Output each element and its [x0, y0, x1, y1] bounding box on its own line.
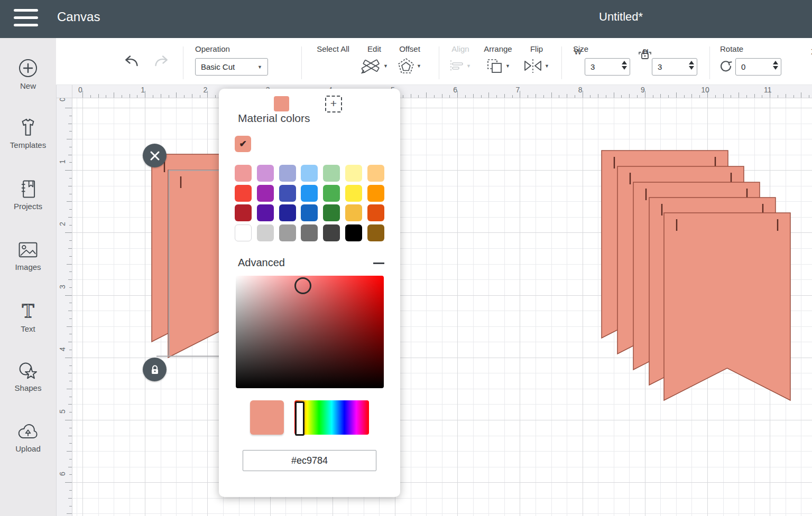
document-name[interactable]: Untitled* [599, 10, 643, 24]
ruler-tick [69, 350, 72, 350]
material-swatch[interactable] [257, 165, 274, 182]
material-swatch[interactable] [367, 204, 384, 221]
toolbar-divider [561, 46, 562, 79]
operation-dropdown[interactable]: Basic Cut ▼ [195, 58, 268, 76]
width-input[interactable] [585, 59, 622, 75]
rotate-button[interactable] [718, 58, 734, 74]
material-swatch[interactable] [279, 185, 296, 202]
height-stepper[interactable] [689, 61, 694, 70]
hue-slider-handle[interactable] [295, 401, 304, 436]
undo-button[interactable] [121, 53, 144, 70]
ruler-number: 7 [511, 86, 524, 94]
material-swatch[interactable] [235, 165, 252, 182]
ruler-number: 4 [57, 344, 68, 354]
ruler-tick [754, 94, 755, 98]
material-swatch[interactable] [345, 204, 362, 221]
width-stepper[interactable] [622, 61, 627, 70]
material-swatch[interactable] [301, 185, 318, 202]
material-swatch[interactable] [279, 224, 296, 241]
banner-shape[interactable] [664, 213, 790, 400]
hue-slider[interactable] [294, 400, 369, 435]
ruler-tick [786, 94, 786, 98]
height-input[interactable] [652, 59, 689, 75]
gradient-selector-ring[interactable] [294, 277, 311, 294]
ruler-tick [809, 95, 809, 98]
edit-toolbar: Operation Basic Cut ▼ Select All + Edit … [56, 38, 812, 85]
ruler-tick [660, 94, 661, 98]
align-icon [449, 59, 465, 73]
ruler-number: 10 [699, 86, 712, 94]
ruler-tick [65, 108, 72, 108]
sidebar-item-projects[interactable]: Projects [0, 179, 56, 229]
material-swatch[interactable] [323, 165, 340, 182]
ruler-tick [629, 94, 630, 98]
material-swatch[interactable] [235, 185, 252, 202]
svg-text:T: T [22, 300, 34, 322]
ruler-tick [543, 95, 544, 98]
offset-button[interactable]: ▼ [394, 57, 424, 76]
material-swatch[interactable] [257, 185, 274, 202]
ruler-tick [606, 95, 606, 98]
operation-color-swatch[interactable] [274, 96, 289, 111]
material-swatch[interactable] [345, 224, 362, 241]
ruler-tick [442, 94, 442, 98]
ruler-tick [69, 412, 72, 412]
material-swatch[interactable] [235, 204, 252, 221]
sidebar-item-images[interactable]: Images [0, 239, 56, 290]
material-swatch[interactable] [301, 204, 318, 221]
ruler-tick [512, 95, 513, 98]
material-swatch[interactable] [367, 185, 384, 202]
hex-color-input[interactable] [243, 450, 376, 471]
ruler-tick [567, 94, 567, 98]
ruler-tick [67, 389, 72, 389]
arrange-button[interactable]: ▼ [483, 57, 513, 76]
ruler-tick [67, 513, 72, 514]
redo-button[interactable] [149, 53, 172, 70]
rotate-stepper[interactable] [773, 61, 778, 70]
sidebar-item-new[interactable]: New [0, 57, 56, 108]
sidebar-item-shapes[interactable]: Shapes [0, 361, 56, 412]
material-swatch[interactable] [257, 224, 274, 241]
material-swatch[interactable] [345, 185, 362, 202]
ruler-tick [68, 124, 72, 124]
material-swatch[interactable] [301, 165, 318, 182]
sidebar-item-label: Projects [0, 202, 56, 211]
ruler-number: 1 [57, 156, 68, 167]
material-swatch[interactable] [367, 165, 384, 182]
offset-label: Offset [397, 44, 422, 53]
material-swatch[interactable] [345, 165, 362, 182]
rotate-input[interactable] [736, 59, 773, 75]
sidebar-item-templates[interactable]: Templates [0, 117, 56, 168]
delete-selection-button[interactable] [143, 144, 167, 167]
ruler-tick [69, 334, 72, 334]
chevron-down-icon: ▼ [505, 63, 510, 69]
ruler-tick [69, 271, 72, 272]
sidebar-item-label: Text [0, 324, 56, 333]
material-swatch[interactable] [279, 204, 296, 221]
edit-button[interactable]: ▼ [359, 57, 389, 76]
selected-color-swatch[interactable]: ✔ [235, 136, 251, 152]
saturation-brightness-gradient[interactable] [236, 276, 384, 388]
material-swatch[interactable] [323, 224, 340, 241]
cloud-upload-icon [16, 422, 40, 442]
ruler-number: 0 [57, 98, 68, 105]
material-swatch[interactable] [301, 224, 318, 241]
material-swatch[interactable] [323, 204, 340, 221]
notebook-icon [16, 179, 40, 200]
material-swatch[interactable] [323, 185, 340, 202]
select-all-icon[interactable]: + [325, 96, 342, 112]
ruler-tick [215, 95, 216, 98]
ruler-tick [69, 287, 72, 288]
material-swatch[interactable] [235, 224, 252, 241]
sidebar-item-upload[interactable]: Upload [0, 422, 56, 473]
flip-button[interactable]: ▼ [521, 57, 551, 76]
sidebar-item-text[interactable]: T Text [0, 300, 56, 351]
material-swatch[interactable] [257, 204, 274, 221]
lock-selection-button[interactable] [143, 358, 167, 381]
material-swatch[interactable] [367, 224, 384, 241]
ruler-tick [90, 95, 91, 98]
hamburger-menu-icon[interactable] [14, 9, 38, 28]
collapse-minus-icon[interactable] [373, 262, 384, 264]
toolbar-divider [439, 46, 439, 79]
material-swatch[interactable] [279, 165, 296, 182]
